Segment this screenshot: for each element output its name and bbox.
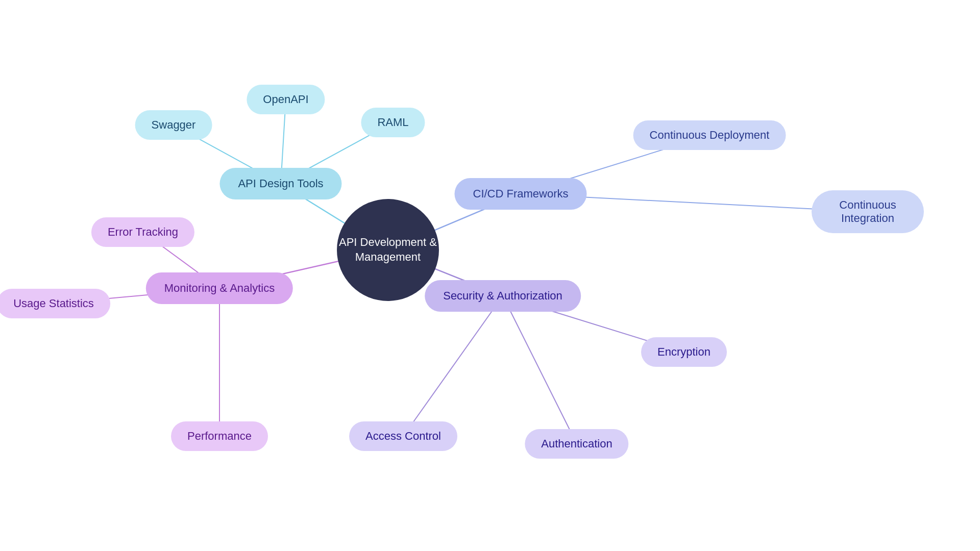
node-performance[interactable]: Performance <box>171 421 268 451</box>
error-tracking-label: Error Tracking <box>108 226 178 239</box>
access-control-label: Access Control <box>365 430 441 443</box>
continuous-integration-label: Continuous Integration <box>828 198 908 225</box>
node-error-tracking[interactable]: Error Tracking <box>91 217 194 247</box>
node-swagger[interactable]: Swagger <box>135 110 212 140</box>
encryption-label: Encryption <box>657 345 710 359</box>
node-encryption[interactable]: Encryption <box>641 337 727 367</box>
center-node[interactable]: API Development & Management <box>337 199 439 301</box>
authentication-label: Authentication <box>541 437 612 450</box>
continuous-deployment-label: Continuous Deployment <box>650 129 770 142</box>
node-monitoring-analytics[interactable]: Monitoring & Analytics <box>146 272 293 304</box>
node-cicd-frameworks[interactable]: CI/CD Frameworks <box>454 178 586 210</box>
usage-statistics-label: Usage Statistics <box>13 297 94 310</box>
node-api-design-tools[interactable]: API Design Tools <box>219 168 341 199</box>
performance-label: Performance <box>187 430 252 443</box>
svg-line-13 <box>403 296 503 436</box>
node-security-authorization[interactable]: Security & Authorization <box>425 280 581 312</box>
cicd-frameworks-label: CI/CD Frameworks <box>473 187 568 201</box>
monitoring-analytics-label: Monitoring & Analytics <box>164 282 275 295</box>
node-raml[interactable]: RAML <box>361 108 425 137</box>
node-authentication[interactable]: Authentication <box>525 429 628 459</box>
openapi-label: OpenAPI <box>263 93 308 106</box>
node-openapi[interactable]: OpenAPI <box>247 85 325 114</box>
security-authorization-label: Security & Authorization <box>443 289 562 303</box>
svg-line-14 <box>503 296 577 444</box>
node-usage-statistics[interactable]: Usage Statistics <box>0 289 110 318</box>
node-access-control[interactable]: Access Control <box>349 421 457 451</box>
node-continuous-deployment[interactable]: Continuous Deployment <box>633 120 786 150</box>
swagger-label: Swagger <box>152 118 196 132</box>
node-continuous-integration[interactable]: Continuous Integration <box>812 190 924 233</box>
api-design-tools-label: API Design Tools <box>238 177 323 190</box>
raml-label: RAML <box>377 116 408 129</box>
center-label: API Development & Management <box>339 235 437 264</box>
